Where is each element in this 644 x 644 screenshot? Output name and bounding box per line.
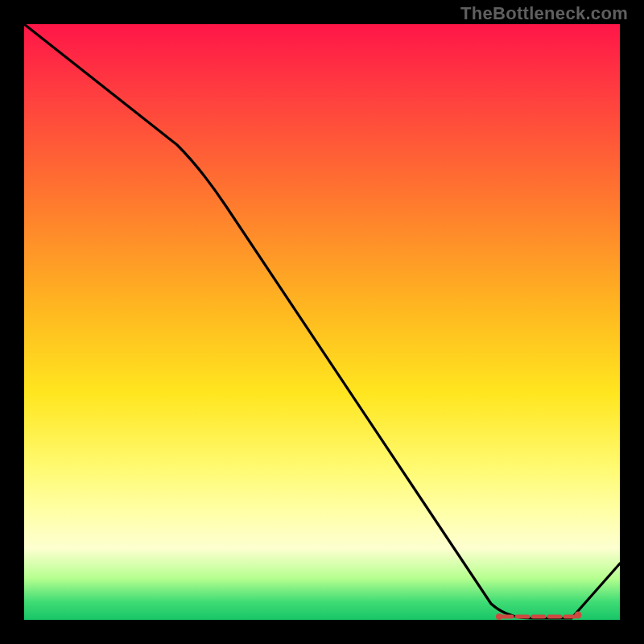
chart-frame: TheBottleneck.com [0, 0, 644, 644]
svg-point-6 [575, 612, 582, 619]
bottleneck-curve [24, 24, 620, 618]
line-chart-svg [24, 24, 620, 620]
watermark-text: TheBottleneck.com [460, 3, 628, 24]
svg-point-5 [496, 613, 502, 620]
plot-area [24, 24, 620, 620]
